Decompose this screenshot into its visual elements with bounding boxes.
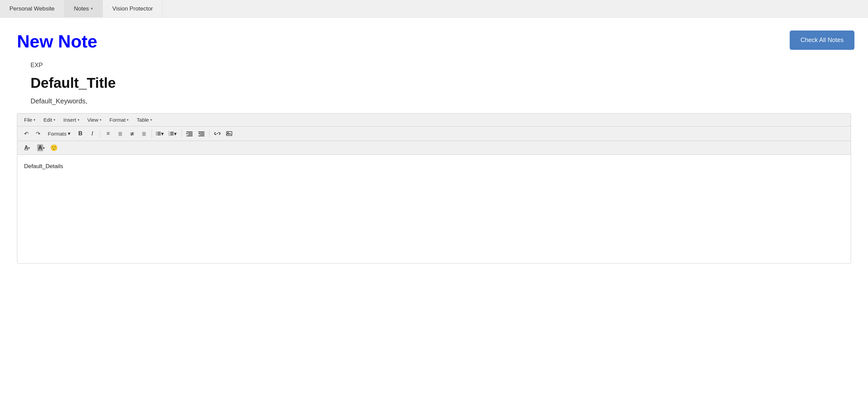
bg-color-a-icon: A <box>37 144 43 151</box>
menu-file-arrow: ▾ <box>34 118 35 122</box>
svg-rect-19 <box>200 134 204 135</box>
ul-arrow: ▾ <box>161 130 164 137</box>
font-color-button[interactable]: A ▾ <box>21 143 34 153</box>
toolbar-separator-1 <box>100 129 100 138</box>
nav-label-personal-website: Personal Website <box>9 5 55 12</box>
bold-button[interactable]: B <box>75 128 86 139</box>
nav-label-notes: Notes <box>74 5 89 12</box>
align-right-button[interactable]: ≢ <box>126 128 137 139</box>
editor-content: Default_Details <box>24 163 63 169</box>
svg-rect-3 <box>157 133 161 134</box>
main-content: New Note Check All Notes EXP Default_Tit… <box>0 18 868 402</box>
menu-insert-arrow: ▾ <box>78 118 79 122</box>
nav-item-personal-website[interactable]: Personal Website <box>0 0 64 17</box>
svg-marker-16 <box>186 133 188 135</box>
ol-arrow: ▾ <box>174 130 177 137</box>
align-left-button[interactable]: ≡ <box>103 128 114 139</box>
menu-edit-arrow: ▾ <box>54 118 55 122</box>
menu-edit[interactable]: Edit ▾ <box>40 116 59 124</box>
editor-body[interactable]: Default_Details <box>17 155 851 263</box>
menu-table-arrow: ▾ <box>150 118 152 122</box>
menu-insert[interactable]: Insert ▾ <box>60 116 83 124</box>
emoji-button[interactable]: 🙂 <box>48 143 59 153</box>
formats-dropdown-arrow: ▾ <box>68 130 71 137</box>
menu-view[interactable]: View ▾ <box>84 116 105 124</box>
svg-text:3.: 3. <box>169 134 170 136</box>
navbar: Personal Website Notes ▾ Vision Protecto… <box>0 0 868 18</box>
font-color-arrow: ▾ <box>28 146 30 150</box>
svg-rect-5 <box>157 135 161 135</box>
justify-button[interactable]: ≣ <box>138 128 149 139</box>
menu-format-label: Format <box>110 117 126 123</box>
svg-rect-2 <box>156 133 157 134</box>
bg-color-arrow: ▾ <box>43 146 45 150</box>
ordered-list-button[interactable]: 1. 2. 3. ▾ <box>166 128 179 139</box>
nav-label-vision-protector: Vision Protector <box>112 5 153 12</box>
italic-button[interactable]: I <box>87 128 98 139</box>
redo-button[interactable]: ↷ <box>33 128 43 139</box>
svg-rect-12 <box>186 132 193 132</box>
editor-container: File ▾ Edit ▾ Insert ▾ View ▾ Format ▾ T… <box>17 113 851 264</box>
svg-rect-4 <box>156 135 157 135</box>
menu-table[interactable]: Table ▾ <box>133 116 155 124</box>
check-all-notes-button[interactable]: Check All Notes <box>790 31 854 50</box>
notes-dropdown-arrow: ▾ <box>91 6 93 11</box>
align-center-button[interactable]: ≣ <box>115 128 125 139</box>
nav-item-notes[interactable]: Notes ▾ <box>64 0 103 17</box>
svg-rect-15 <box>186 136 193 136</box>
svg-rect-0 <box>156 132 157 133</box>
svg-rect-14 <box>188 134 193 135</box>
outdent-button[interactable] <box>184 128 195 139</box>
editor-toolbar-row1: ↶ ↷ Formats ▾ B I ≡ ≣ ≢ ≣ <box>17 126 851 141</box>
menu-insert-label: Insert <box>63 117 76 123</box>
menu-file-label: File <box>24 117 32 123</box>
indent-button[interactable] <box>196 128 207 139</box>
menu-format-arrow: ▾ <box>127 118 129 122</box>
menu-table-label: Table <box>137 117 149 123</box>
menu-view-arrow: ▾ <box>100 118 101 122</box>
editor-menubar: File ▾ Edit ▾ Insert ▾ View ▾ Format ▾ T… <box>17 114 851 126</box>
svg-rect-11 <box>170 135 174 135</box>
menu-edit-label: Edit <box>43 117 52 123</box>
nav-item-vision-protector[interactable]: Vision Protector <box>103 0 163 17</box>
default-title: Default_Title <box>31 75 851 91</box>
menu-file[interactable]: File ▾ <box>21 116 39 124</box>
svg-rect-7 <box>170 132 174 133</box>
svg-rect-20 <box>198 136 204 136</box>
exp-label: EXP <box>31 62 851 69</box>
editor-toolbar-row2: A ▾ A ▾ 🙂 <box>17 141 851 155</box>
link-button[interactable] <box>212 128 223 139</box>
svg-rect-9 <box>170 133 174 134</box>
svg-rect-18 <box>200 133 204 134</box>
image-button[interactable] <box>224 128 235 139</box>
menu-view-label: View <box>87 117 98 123</box>
font-color-a-icon: A <box>24 145 28 151</box>
bg-color-button[interactable]: A ▾ <box>35 143 47 153</box>
italic-label: I <box>91 130 93 137</box>
bold-label: B <box>78 130 82 137</box>
default-keywords: Default_Keywords, <box>31 97 851 105</box>
toolbar-separator-2 <box>152 129 152 138</box>
formats-dropdown-button[interactable]: Formats ▾ <box>44 129 74 138</box>
unordered-list-button[interactable]: ▾ <box>154 128 165 139</box>
svg-rect-17 <box>198 132 204 132</box>
svg-rect-1 <box>157 132 161 133</box>
toolbar-separator-4 <box>209 129 210 138</box>
page-title: New Note <box>17 31 851 52</box>
undo-button[interactable]: ↶ <box>21 128 32 139</box>
svg-rect-13 <box>188 133 193 134</box>
menu-format[interactable]: Format ▾ <box>106 116 132 124</box>
svg-marker-21 <box>198 133 200 135</box>
svg-point-23 <box>228 133 229 134</box>
formats-label: Formats <box>48 131 66 137</box>
toolbar-separator-3 <box>181 129 182 138</box>
